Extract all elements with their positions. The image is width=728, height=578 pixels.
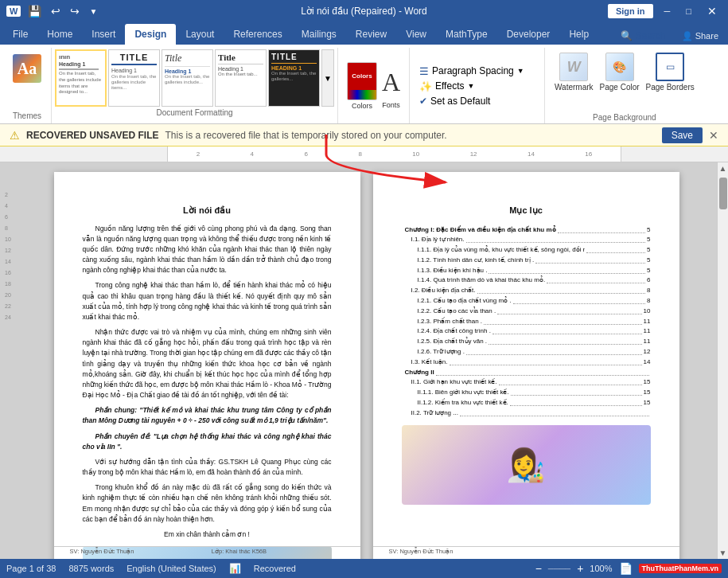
toc-item-ch1: Chương I: Đặc Điểm và điều kiện địa chất… (402, 225, 651, 236)
doc-format-scroll: ının Heading 1 On the Insert tab, the ga… (55, 49, 334, 107)
page1-footer-left: SV: Nguyễn Đức Thuận (70, 547, 134, 556)
fonts-button[interactable]: A Fonts (382, 63, 400, 109)
format-thumb-5[interactable]: TITLE HEADING 1 On the Insert tab, the g… (268, 49, 320, 107)
toc-item-ii12: II.1.2. Kiểm tra khu vực thiết kế. 15 (402, 398, 651, 408)
doc-format-label: Document Formatting (55, 107, 334, 119)
close-btn[interactable]: ✕ (703, 3, 722, 19)
colors-fonts-group: Colors Colors A Fonts (338, 48, 410, 123)
toc-item-i25: I.2.5. Địa chất thủy văn . 11 (402, 337, 651, 347)
search-area[interactable]: 🔍 Search (621, 30, 672, 41)
word-count: 8875 words (68, 564, 114, 573)
sign-in-button[interactable]: Sign in (608, 4, 653, 18)
colors-button[interactable]: Colors Colors (347, 62, 377, 110)
toc-item-ii2: II.2. Trữ lượng ... (402, 408, 651, 419)
set-as-default-btn[interactable]: ✔ Set as Default (416, 94, 538, 108)
effects-icon: ✨ (419, 80, 432, 92)
colors-fonts-content: Colors Colors A Fonts (347, 51, 400, 120)
format-thumb-3[interactable]: Title Heading 1 On the Insert tab, the g… (162, 49, 213, 107)
page-background-content: W Watermark 🎨 Page Color ▭ Page Borders (551, 49, 698, 95)
view-mode-icon[interactable]: 📄 (619, 562, 633, 575)
tab-file[interactable]: File (3, 24, 37, 45)
minimize-btn[interactable]: ─ (660, 5, 675, 18)
doc-format-group: ının Heading 1 On the Insert tab, the ga… (52, 48, 338, 123)
toc-item-i21: I.2.1. Cấu tạo địa chất vùng mỏ . 8 (402, 296, 651, 307)
zoom-level: 100% (590, 564, 612, 573)
paragraph-spacing-dropdown-icon: ▼ (517, 67, 524, 75)
paragraph-spacing-label: Paragraph Spacing (432, 65, 514, 76)
zoom-in-btn[interactable]: + (577, 562, 583, 575)
scroll-thumb[interactable] (719, 178, 727, 209)
scroll-down-btn[interactable]: ▼ (718, 547, 728, 559)
tabs-right-area: 🔍 Search 👤 Share (621, 30, 725, 45)
page-borders-label: Page Borders (646, 83, 695, 92)
page-2: Mục lục Chương I: Đặc Điểm và điều kiện … (373, 172, 679, 559)
page1-para7: Trong khuôn khổ đồ án này mặc dù đã rất … (83, 482, 332, 525)
toc-item-ii1: II.1. Giới hạn khu vực thiết kế. 15 (402, 377, 651, 388)
info-close-btn[interactable]: ✕ (709, 129, 718, 142)
maximize-btn[interactable]: □ (681, 5, 696, 18)
toc-list: Chương I: Đặc Điểm và điều kiện địa chất… (402, 225, 651, 419)
ruler-inner: 2 4 6 8 10 12 14 16 (167, 146, 621, 162)
tab-mathtype[interactable]: MathType (436, 24, 497, 45)
track-changes-icon: 📊 (229, 563, 241, 574)
format-thumb-2[interactable]: TITLE Heading 1 On the Insert tab, the g… (108, 49, 160, 107)
page-color-label: Page Color (600, 83, 640, 92)
tab-review[interactable]: Review (346, 24, 396, 45)
format-thumb-1[interactable]: ının Heading 1 On the Insert tab, the ga… (55, 49, 107, 107)
page1-title: Lời nói đầu (83, 204, 332, 217)
tab-view[interactable]: View (396, 24, 436, 45)
ruler: 2 4 6 8 10 12 14 16 (0, 146, 728, 162)
watermark-label: Watermark (555, 83, 594, 92)
page2-footer-left: SV: Nguyễn Đức Thuận (389, 547, 454, 556)
toc-item-i22: I.2.2. Cấu tạo các vỉa than . 10 (402, 307, 651, 317)
toc-item-i13: I.1.3. Điều kiện khí hậu . 5 (402, 266, 651, 276)
tabs-container: File Home Insert Design Layout Reference… (3, 24, 621, 45)
ribbon-tabs-row: File Home Insert Design Layout Reference… (0, 22, 728, 45)
share-icon: 👤 (682, 31, 693, 41)
word-icon: W (6, 6, 21, 17)
page-borders-icon: ▭ (656, 53, 684, 81)
redo-btn[interactable]: ↪ (68, 3, 82, 19)
themes-icon: Aa (13, 54, 41, 83)
colors-label: Colors (352, 102, 372, 110)
effects-label: Effects (435, 80, 464, 92)
tab-references[interactable]: References (224, 24, 291, 45)
toc-item-i2: I.2. Điều kiện địa chất. 8 (402, 286, 651, 296)
toc-item-i14: I.1.4. Quá trình thăm dò và khai thác kh… (402, 275, 651, 286)
scroll-up-btn[interactable]: ▲ (718, 162, 728, 174)
quick-save-btn[interactable]: 💾 (25, 3, 44, 19)
info-bar: ⚠ RECOVERED UNSAVED FILE This is a recov… (0, 124, 728, 146)
title-bar: W 💾 ↩ ↪ ▼ Lời nói đầu (Repaired) - Word … (0, 0, 728, 22)
tab-design[interactable]: Design (125, 24, 176, 45)
tab-developer[interactable]: Developer (497, 24, 560, 45)
page-color-button[interactable]: 🎨 Page Color (600, 53, 640, 92)
zoom-out-btn[interactable]: − (535, 562, 542, 575)
info-save-button[interactable]: Save (662, 127, 703, 143)
tab-home[interactable]: Home (37, 24, 82, 45)
toc-item-ch2: Chương II (402, 368, 651, 378)
info-icon: ⚠ (10, 129, 20, 142)
status: Recovered (254, 564, 296, 573)
tab-mailings[interactable]: Mailings (292, 24, 346, 45)
doc-format-scroll-btn[interactable]: ▼ (321, 49, 334, 107)
tab-help[interactable]: Help (559, 24, 598, 45)
share-button[interactable]: 👤 Share (682, 31, 718, 41)
tab-layout[interactable]: Layout (176, 24, 224, 45)
page1-para5: Phần chuyên đề: "Lựa chọn hệ thống khai … (83, 432, 332, 452)
toc-item-i12: I.1.2. Tình hình dân cư, kinh tế, chính … (402, 256, 651, 266)
title-bar-left: W 💾 ↩ ↪ ▼ (6, 3, 99, 19)
watermark-button[interactable]: W Watermark (555, 53, 594, 92)
search-icon: 🔍 (621, 30, 633, 41)
undo-btn[interactable]: ↩ (49, 3, 63, 19)
page1-para6: Với sự hướng dẫn tận tình của thầy: GS.T… (83, 457, 332, 478)
pages-area: Lời nói đầu Nguồn năng lượng trên thế gi… (16, 162, 717, 559)
format-thumb-4[interactable]: Title Heading 1 On the Insert tab... (215, 49, 267, 107)
paragraph-spacing-btn[interactable]: ☰ Paragraph Spacing ▼ (416, 64, 538, 79)
themes-button[interactable]: Aa (10, 51, 45, 86)
tab-insert[interactable]: Insert (82, 24, 125, 45)
para-effects-group: ☰ Paragraph Spacing ▼ ✨ Effects ▼ ✔ Set … (410, 48, 545, 123)
customize-qat-btn[interactable]: ▼ (87, 6, 99, 18)
effects-btn[interactable]: ✨ Effects ▼ (416, 79, 538, 94)
page1-para3: Nhận thức được vai trò và nhiệm vụ của m… (83, 327, 332, 400)
page-borders-button[interactable]: ▭ Page Borders (646, 53, 695, 92)
